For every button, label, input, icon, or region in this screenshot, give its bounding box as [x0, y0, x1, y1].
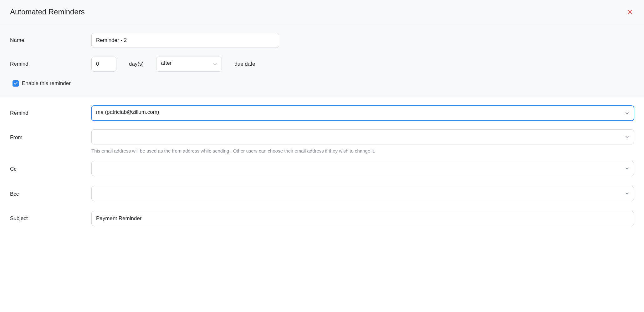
timing-select[interactable]: after	[156, 57, 222, 72]
days-input[interactable]	[91, 57, 116, 72]
remind-who-select-wrapper: me (patriciab@zillum.com)	[91, 106, 634, 121]
remind-who-row: Remind me (patriciab@zillum.com)	[10, 106, 634, 121]
bcc-row: Bcc	[10, 186, 634, 202]
bottom-section: Remind me (patriciab@zillum.com) From	[0, 97, 644, 235]
enable-checkbox-label[interactable]: Enable this reminder	[22, 80, 71, 87]
name-row: Name	[10, 33, 634, 48]
remind-days-row: Remind day(s) after due date	[10, 57, 634, 72]
enable-checkbox[interactable]	[13, 80, 19, 87]
subject-input[interactable]	[91, 211, 634, 226]
due-date-label: due date	[234, 61, 255, 67]
from-row: From This email address will be used as …	[10, 129, 634, 153]
subject-label: Subject	[10, 215, 91, 222]
close-icon	[627, 9, 633, 15]
from-select[interactable]	[91, 129, 634, 144]
remind-who-value: me (patriciab@zillum.com)	[96, 109, 159, 115]
timing-select-wrapper: after	[156, 57, 222, 72]
close-button[interactable]	[626, 8, 634, 16]
from-helper-text: This email address will be used as the f…	[91, 148, 634, 153]
bcc-select[interactable]	[91, 186, 634, 201]
cc-select-wrapper	[91, 161, 634, 176]
enable-checkbox-row: Enable this reminder	[13, 80, 634, 87]
checkmark-icon	[13, 81, 18, 86]
from-select-wrapper	[91, 129, 634, 144]
remind-who-label: Remind	[10, 110, 91, 116]
bcc-select-wrapper	[91, 186, 634, 201]
modal-title: Automated Reminders	[10, 8, 85, 16]
name-label: Name	[10, 37, 91, 43]
cc-select[interactable]	[91, 161, 634, 176]
remind-who-select[interactable]: me (patriciab@zillum.com)	[91, 106, 634, 121]
cc-label: Cc	[10, 166, 91, 172]
subject-row: Subject	[10, 211, 634, 226]
cc-row: Cc	[10, 161, 634, 177]
from-label: From	[10, 134, 91, 141]
top-section: Name Remind day(s) after due date	[0, 24, 644, 97]
modal-header: Automated Reminders	[0, 0, 644, 24]
timing-select-value: after	[161, 60, 171, 66]
name-input[interactable]	[91, 33, 279, 48]
bcc-label: Bcc	[10, 191, 91, 197]
days-unit-label: day(s)	[129, 61, 144, 67]
remind-days-label: Remind	[10, 61, 91, 67]
